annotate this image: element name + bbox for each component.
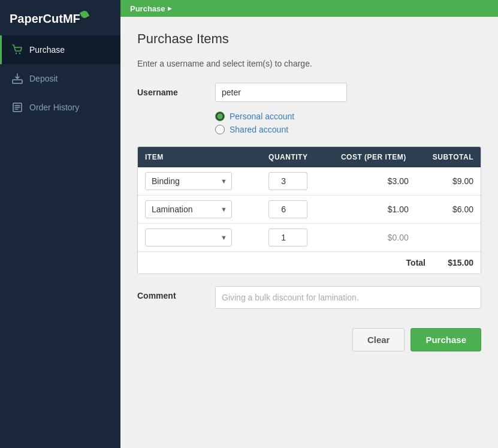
shared-account-option[interactable]: Shared account — [215, 125, 481, 134]
item-cell-3: Binding Lamination ▼ — [138, 224, 256, 252]
qty-cell-1 — [256, 167, 319, 196]
total-row: Total $15.00 — [138, 251, 481, 273]
personal-account-radio[interactable] — [215, 112, 225, 121]
sidebar-item-purchase-label: Purchase — [29, 45, 65, 55]
app-name: PaperCutMF — [10, 11, 88, 25]
item-cell-1: Binding Lamination ▼ — [138, 167, 256, 196]
comment-label: Comment — [137, 286, 215, 300]
item-select-wrapper-2: Lamination Binding ▼ — [145, 200, 232, 218]
content-area: Purchase Items Enter a username and sele… — [120, 17, 498, 448]
breadcrumb-arrow-icon: ▸ — [168, 4, 171, 13]
logo-leaf-icon — [80, 10, 89, 19]
svg-rect-2 — [13, 80, 22, 83]
total-label: Total — [406, 258, 425, 267]
col-subtotal: SUBTOTAL — [416, 147, 481, 167]
personal-account-option[interactable]: Personal account — [215, 112, 481, 121]
subtotal-cell-3 — [416, 224, 481, 252]
svg-point-0 — [16, 53, 17, 54]
cost-cell-3: $0.00 — [319, 224, 416, 252]
history-icon — [11, 101, 23, 113]
table-row: Binding Lamination ▼ $0.00 — [138, 224, 481, 252]
svg-point-1 — [19, 53, 20, 54]
item-select-wrapper-3: Binding Lamination ▼ — [145, 228, 232, 246]
personal-account-label: Personal account — [230, 112, 294, 121]
qty-cell-3 — [256, 224, 319, 252]
logo: PaperCutMF — [0, 0, 120, 35]
subtotal-cell-1: $9.00 — [416, 167, 481, 196]
col-quantity: QUANTITY — [256, 147, 319, 167]
comment-row: Comment — [137, 286, 481, 309]
qty-input-1[interactable] — [268, 172, 307, 190]
sidebar-item-deposit-label: Deposit — [29, 74, 58, 83]
table-row: Lamination Binding ▼ $1.00 $6.00 — [138, 196, 481, 224]
item-cell-2: Lamination Binding ▼ — [138, 196, 256, 224]
sidebar-item-purchase[interactable]: Purchase — [0, 35, 120, 64]
items-table: ITEM QUANTITY COST (PER ITEM) SUBTOTAL B… — [138, 147, 481, 251]
total-value: $15.00 — [437, 258, 473, 267]
instruction-text: Enter a username and select item(s) to c… — [137, 59, 481, 68]
item-select-3[interactable]: Binding Lamination — [145, 228, 232, 246]
purchase-button[interactable]: Purchase — [411, 328, 481, 351]
cost-cell-1: $3.00 — [319, 167, 416, 196]
shared-account-label: Shared account — [230, 125, 288, 134]
username-label: Username — [137, 83, 215, 97]
username-field-wrapper — [215, 83, 481, 102]
page-title: Purchase Items — [137, 31, 481, 47]
comment-input[interactable] — [215, 286, 481, 309]
table-header-row: ITEM QUANTITY COST (PER ITEM) SUBTOTAL — [138, 147, 481, 167]
deposit-icon — [11, 73, 23, 85]
breadcrumb-purchase: Purchase — [130, 4, 165, 13]
account-type-group: Personal account Shared account — [215, 112, 481, 134]
shared-account-radio[interactable] — [215, 125, 225, 134]
sidebar-item-order-history[interactable]: Order History — [0, 93, 120, 122]
subtotal-cell-2: $6.00 — [416, 196, 481, 224]
top-bar: Purchase ▸ — [120, 0, 498, 17]
cart-icon — [11, 44, 23, 56]
sidebar-item-order-history-label: Order History — [29, 103, 79, 112]
item-select-1[interactable]: Binding Lamination — [145, 172, 232, 190]
qty-input-2[interactable] — [268, 200, 307, 218]
sidebar: PaperCutMF Purchase Deposit — [0, 0, 120, 448]
sidebar-item-deposit[interactable]: Deposit — [0, 64, 120, 93]
items-table-wrapper: ITEM QUANTITY COST (PER ITEM) SUBTOTAL B… — [137, 146, 481, 274]
clear-button[interactable]: Clear — [352, 328, 405, 351]
qty-cell-2 — [256, 196, 319, 224]
breadcrumb: Purchase ▸ — [130, 4, 171, 13]
actions-bar: Clear Purchase — [137, 326, 481, 351]
main-content: Purchase ▸ Purchase Items Enter a userna… — [120, 0, 498, 448]
username-row: Username — [137, 83, 481, 102]
item-select-wrapper-1: Binding Lamination ▼ — [145, 172, 232, 190]
col-item: ITEM — [138, 147, 256, 167]
item-select-2[interactable]: Lamination Binding — [145, 200, 232, 218]
col-cost: COST (PER ITEM) — [319, 147, 416, 167]
cost-cell-2: $1.00 — [319, 196, 416, 224]
table-row: Binding Lamination ▼ $3.00 $9.00 — [138, 167, 481, 196]
qty-input-3[interactable] — [268, 228, 307, 246]
username-input[interactable] — [215, 83, 347, 102]
